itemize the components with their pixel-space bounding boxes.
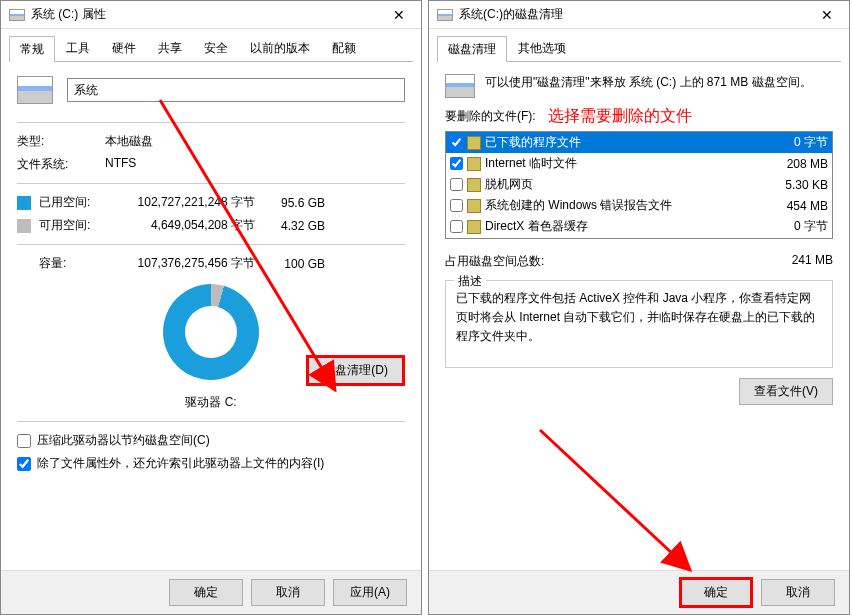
properties-window: 系统 (C:) 属性 ✕ 常规 工具 硬件 共享 安全 以前的版本 配额 类型:… xyxy=(0,0,422,615)
type-value: 本地磁盘 xyxy=(105,133,153,150)
view-files-button[interactable]: 查看文件(V) xyxy=(739,378,833,405)
footer: 确定 取消 xyxy=(429,570,849,614)
item-name: Internet 临时文件 xyxy=(485,155,764,172)
item-size: 454 MB xyxy=(768,199,828,213)
item-size: 208 MB xyxy=(768,157,828,171)
tabs: 磁盘清理 其他选项 xyxy=(437,35,841,62)
fs-value: NTFS xyxy=(105,156,136,173)
capacity-label: 容量: xyxy=(39,255,105,272)
disk-cleanup-button[interactable]: 磁盘清理(D) xyxy=(306,355,405,386)
item-checkbox[interactable] xyxy=(450,136,463,149)
used-bytes: 102,727,221,248 字节 xyxy=(105,194,255,211)
item-checkbox[interactable] xyxy=(450,178,463,191)
description-text: 已下载的程序文件包括 ActiveX 控件和 Java 小程序，你查看特定网页时… xyxy=(456,289,822,359)
list-item[interactable]: Internet 临时文件208 MB xyxy=(446,153,832,174)
tab-previous[interactable]: 以前的版本 xyxy=(239,35,321,61)
item-checkbox[interactable] xyxy=(450,220,463,233)
drive-icon xyxy=(437,9,453,21)
item-checkbox[interactable] xyxy=(450,157,463,170)
compress-checkbox[interactable] xyxy=(17,434,31,448)
drive-name-input[interactable] xyxy=(67,78,405,102)
annotation-text: 选择需要删除的文件 xyxy=(548,106,692,127)
drive-icon xyxy=(445,74,475,98)
close-icon[interactable]: ✕ xyxy=(813,5,841,25)
tab-tools[interactable]: 工具 xyxy=(55,35,101,61)
tab-sharing[interactable]: 共享 xyxy=(147,35,193,61)
item-size: 0 字节 xyxy=(768,218,828,235)
files-label: 要删除的文件(F): xyxy=(445,108,536,125)
ok-button[interactable]: 确定 xyxy=(679,577,753,608)
cancel-button[interactable]: 取消 xyxy=(251,579,325,606)
index-checkbox[interactable] xyxy=(17,457,31,471)
tab-other[interactable]: 其他选项 xyxy=(507,35,577,61)
item-name: 脱机网页 xyxy=(485,176,764,193)
cancel-button[interactable]: 取消 xyxy=(761,579,835,606)
tabs: 常规 工具 硬件 共享 安全 以前的版本 配额 xyxy=(9,35,413,62)
tab-quota[interactable]: 配额 xyxy=(321,35,367,61)
donut-label: 驱动器 C: xyxy=(17,394,405,411)
compress-label: 压缩此驱动器以节约磁盘空间(C) xyxy=(37,432,210,449)
item-name: 已下载的程序文件 xyxy=(485,134,764,151)
total-label: 占用磁盘空间总数: xyxy=(445,253,792,270)
disk-cleanup-window: 系统(C:)的磁盘清理 ✕ 磁盘清理 其他选项 可以使用"磁盘清理"来释放 系统… xyxy=(428,0,850,615)
drive-icon xyxy=(9,9,25,21)
tab-general[interactable]: 常规 xyxy=(9,36,55,62)
drive-large-icon xyxy=(17,76,53,104)
content-area: 类型:本地磁盘 文件系统:NTFS 已用空间: 102,727,221,248 … xyxy=(1,62,421,492)
file-icon xyxy=(467,178,481,192)
description-group: 描述 已下载的程序文件包括 ActiveX 控件和 Java 小程序，你查看特定… xyxy=(445,280,833,368)
index-label: 除了文件属性外，还允许索引此驱动器上文件的内容(I) xyxy=(37,455,324,472)
free-size: 4.32 GB xyxy=(255,219,325,233)
free-bytes: 4,649,054,208 字节 xyxy=(105,217,255,234)
used-swatch xyxy=(17,196,31,210)
ok-button[interactable]: 确定 xyxy=(169,579,243,606)
tab-hardware[interactable]: 硬件 xyxy=(101,35,147,61)
list-item[interactable]: 脱机网页5.30 KB xyxy=(446,174,832,195)
titlebar[interactable]: 系统(C:)的磁盘清理 ✕ xyxy=(429,1,849,29)
tab-cleanup[interactable]: 磁盘清理 xyxy=(437,36,507,62)
close-icon[interactable]: ✕ xyxy=(385,5,413,25)
list-item[interactable]: DirectX 着色器缓存0 字节 xyxy=(446,216,832,237)
free-label: 可用空间: xyxy=(39,217,105,234)
footer: 确定 取消 应用(A) xyxy=(1,570,421,614)
item-name: DirectX 着色器缓存 xyxy=(485,218,764,235)
window-title: 系统(C:)的磁盘清理 xyxy=(459,6,813,23)
item-size: 5.30 KB xyxy=(768,178,828,192)
total-value: 241 MB xyxy=(792,253,833,270)
window-title: 系统 (C:) 属性 xyxy=(31,6,385,23)
intro-text: 可以使用"磁盘清理"来释放 系统 (C:) 上的 871 MB 磁盘空间。 xyxy=(485,74,833,98)
file-icon xyxy=(467,136,481,150)
used-label: 已用空间: xyxy=(39,194,105,211)
apply-button[interactable]: 应用(A) xyxy=(333,579,407,606)
description-title: 描述 xyxy=(454,273,486,290)
tab-security[interactable]: 安全 xyxy=(193,35,239,61)
item-checkbox[interactable] xyxy=(450,199,463,212)
item-size: 0 字节 xyxy=(768,134,828,151)
free-swatch xyxy=(17,219,31,233)
file-icon xyxy=(467,220,481,234)
usage-donut-chart xyxy=(163,284,259,380)
item-name: 系统创建的 Windows 错误报告文件 xyxy=(485,197,764,214)
type-label: 类型: xyxy=(17,133,105,150)
titlebar[interactable]: 系统 (C:) 属性 ✕ xyxy=(1,1,421,29)
file-list[interactable]: 已下载的程序文件0 字节Internet 临时文件208 MB脱机网页5.30 … xyxy=(445,131,833,239)
file-icon xyxy=(467,157,481,171)
list-item[interactable]: 系统创建的 Windows 错误报告文件454 MB xyxy=(446,195,832,216)
used-size: 95.6 GB xyxy=(255,196,325,210)
capacity-size: 100 GB xyxy=(255,257,325,271)
file-icon xyxy=(467,199,481,213)
capacity-bytes: 107,376,275,456 字节 xyxy=(105,255,255,272)
list-item[interactable]: 已下载的程序文件0 字节 xyxy=(446,132,832,153)
fs-label: 文件系统: xyxy=(17,156,105,173)
